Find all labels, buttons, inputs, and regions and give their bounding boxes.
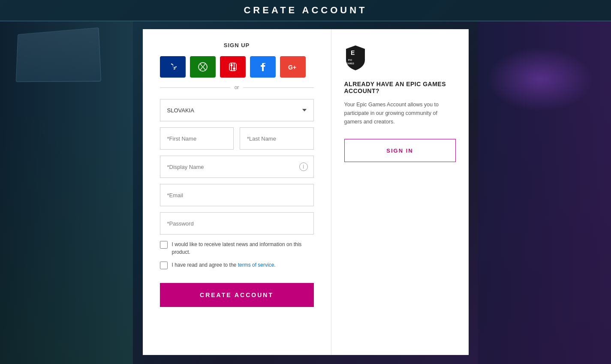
header-bar: CREATE ACCOUNT xyxy=(0,0,611,21)
svg-text:E: E xyxy=(351,49,355,56)
first-name-group xyxy=(160,127,234,150)
display-name-info-icon[interactable]: i xyxy=(299,162,308,171)
display-name-group: i xyxy=(160,156,314,178)
facebook-button[interactable] xyxy=(250,56,276,78)
last-name-input[interactable] xyxy=(240,127,314,150)
playstation-icon xyxy=(167,61,179,73)
svg-rect-1 xyxy=(229,63,236,71)
or-divider: or xyxy=(160,84,314,90)
terms-prefix: I have read and agree to the xyxy=(172,262,238,268)
svg-point-2 xyxy=(230,64,232,66)
create-account-button[interactable]: CREATE ACCOUNT xyxy=(160,283,314,307)
name-row xyxy=(160,127,314,150)
terms-suffix: . xyxy=(274,262,275,268)
first-name-input[interactable] xyxy=(160,127,234,150)
terms-checkbox[interactable] xyxy=(160,262,168,269)
characters-right xyxy=(478,72,611,364)
left-panel: SIGN UP xyxy=(143,29,331,355)
bg-left xyxy=(0,21,133,364)
country-group: SLOVAKIA CZECH REPUBLIC GERMANY UNITED S… xyxy=(160,99,314,121)
xbox-button[interactable] xyxy=(190,56,216,78)
terms-checkbox-group: I have read and agree to the terms of se… xyxy=(160,261,314,269)
sign-in-button[interactable]: SIGN IN xyxy=(344,139,456,162)
svg-text:GAMES: GAMES xyxy=(346,63,354,65)
display-name-wrapper: i xyxy=(160,156,314,178)
character-left xyxy=(0,107,133,364)
terms-of-service-link[interactable]: terms of service xyxy=(238,262,274,268)
or-text: or xyxy=(235,84,239,90)
newsletter-checkbox[interactable] xyxy=(160,241,168,249)
or-line-left xyxy=(160,87,230,88)
password-input[interactable] xyxy=(160,212,314,235)
floating-island xyxy=(16,27,101,82)
email-group xyxy=(160,184,314,206)
nintendo-button[interactable] xyxy=(220,56,246,78)
password-group xyxy=(160,212,314,235)
email-input[interactable] xyxy=(160,184,314,206)
bg-right xyxy=(478,21,611,364)
last-name-group xyxy=(240,127,314,150)
sign-up-title: SIGN UP xyxy=(160,42,314,48)
svg-text:PIC: PIC xyxy=(348,59,352,61)
already-have-account-title: ALREADY HAVE AN EPIC GAMES ACCOUNT? xyxy=(344,81,456,94)
page-title: CREATE ACCOUNT xyxy=(244,5,367,16)
svg-point-3 xyxy=(233,68,235,70)
newsletter-checkbox-group: I would like to receive latest news and … xyxy=(160,241,314,256)
terms-label: I have read and agree to the terms of se… xyxy=(172,261,276,269)
right-panel: E PIC GAMES ALREADY HAVE AN EPIC GAMES A… xyxy=(331,29,469,355)
svg-text:G+: G+ xyxy=(288,64,296,71)
or-line-right xyxy=(243,87,313,88)
playstation-button[interactable] xyxy=(160,56,186,78)
country-select[interactable]: SLOVAKIA CZECH REPUBLIC GERMANY UNITED S… xyxy=(160,99,314,121)
social-buttons-row: G+ xyxy=(160,56,314,78)
nintendo-icon xyxy=(227,61,239,73)
newsletter-label: I would like to receive latest news and … xyxy=(172,241,314,256)
google-plus-icon: G+ xyxy=(287,61,299,73)
google-button[interactable]: G+ xyxy=(280,56,306,78)
display-name-input[interactable] xyxy=(160,156,314,178)
facebook-icon xyxy=(258,61,268,73)
xbox-icon xyxy=(197,61,209,73)
epic-games-logo: E PIC GAMES xyxy=(344,45,367,70)
modal-container: SIGN UP xyxy=(143,29,469,355)
epic-description: Your Epic Games Account allows you to pa… xyxy=(344,100,456,126)
